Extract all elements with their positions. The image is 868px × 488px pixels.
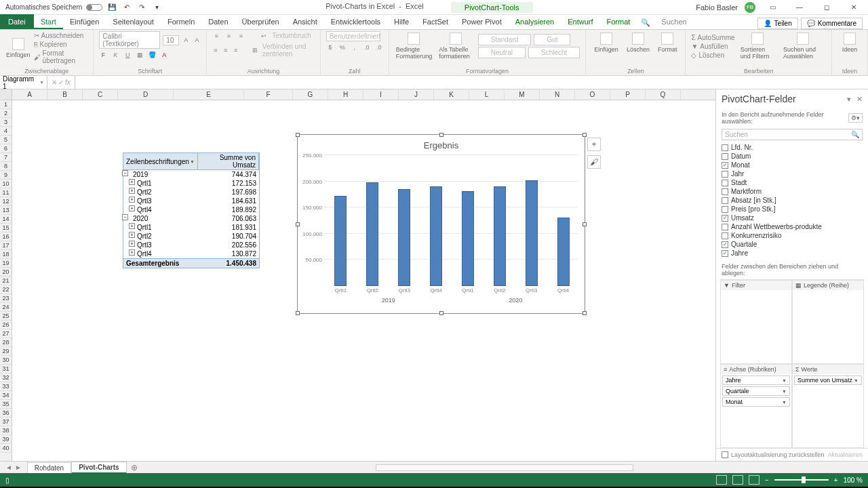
checkbox[interactable]: ✓	[722, 241, 728, 248]
pivot-row[interactable]: +Qrtl2190.704	[123, 232, 260, 241]
row-header[interactable]: 30	[0, 356, 12, 365]
style-neutral[interactable]: Neutral	[478, 47, 526, 58]
column-header[interactable]: C	[83, 89, 118, 100]
zoom-out-icon[interactable]: −	[765, 476, 769, 484]
column-header[interactable]: I	[363, 89, 399, 100]
chart-plus-button[interactable]: +	[587, 138, 601, 151]
field-item[interactable]: ✓Monat	[722, 161, 863, 169]
tab-entwicklertools[interactable]: Entwicklertools	[324, 16, 387, 29]
row-header[interactable]: 16	[0, 232, 12, 241]
decrease-font-icon[interactable]: A	[193, 36, 201, 44]
worksheet-grid[interactable]: ABCDEFGHIJKLMNOPQ 1234567891011121314151…	[0, 89, 715, 461]
pivot-row-header[interactable]: Zeilenbeschriftungen▼	[123, 153, 198, 169]
row-header[interactable]: 9	[0, 171, 12, 180]
area-axis[interactable]: ≡Achse (Rubriken) Jahre▼Quartale▼Monat▼	[720, 364, 792, 448]
chart-bar[interactable]	[430, 186, 442, 286]
italic-icon[interactable]: K	[111, 51, 119, 59]
tab-format[interactable]: Format	[600, 16, 637, 29]
font-size-select[interactable]: 10	[163, 35, 179, 45]
field-item[interactable]: ✓Umsatz	[722, 214, 863, 222]
chart-bar[interactable]	[494, 186, 506, 286]
checkbox[interactable]	[722, 224, 728, 230]
chart-handle[interactable]	[439, 311, 443, 315]
checkbox[interactable]: ✓	[722, 215, 728, 222]
page-layout-view-icon[interactable]	[732, 475, 743, 485]
expand-icon[interactable]: +	[129, 249, 135, 256]
row-header[interactable]: 4	[0, 127, 12, 136]
field-item[interactable]: Datum	[722, 152, 863, 161]
column-header[interactable]: F	[244, 89, 293, 100]
row-header[interactable]: 32	[0, 373, 12, 382]
cells-delete-button[interactable]: Löschen	[624, 31, 652, 54]
tab-formeln[interactable]: Formeln	[161, 16, 201, 29]
format-painter-button[interactable]: 🖌Format übertragen	[34, 49, 88, 65]
row-header[interactable]: 7	[0, 153, 12, 162]
area-field-item[interactable]: Jahre▼	[722, 375, 790, 385]
filter-dropdown-icon[interactable]: ▼	[190, 159, 195, 164]
tab-daten[interactable]: Daten	[201, 16, 235, 29]
increase-font-icon[interactable]: A	[182, 36, 190, 44]
chart-bar[interactable]	[398, 189, 410, 286]
maximize-icon[interactable]: ◻	[816, 2, 837, 13]
comma-icon[interactable]: ,	[351, 43, 359, 52]
zoom-level[interactable]: 100 %	[844, 476, 863, 484]
chart-handle[interactable]	[296, 311, 300, 315]
font-color-icon[interactable]: A	[160, 51, 168, 59]
chart-brush-button[interactable]: 🖌	[587, 155, 601, 169]
row-header[interactable]: 31	[0, 365, 12, 373]
autosave-toggle[interactable]	[86, 4, 102, 11]
field-item[interactable]: Marktform	[722, 187, 863, 196]
chart-title[interactable]: Ergebnis	[298, 135, 585, 153]
save-icon[interactable]: 💾	[106, 2, 117, 13]
search-label[interactable]: Suchen	[654, 16, 693, 29]
pivot-row[interactable]: −2019744.374	[123, 170, 260, 179]
align-top-icon[interactable]: ≡	[212, 32, 220, 40]
row-header[interactable]: 10	[0, 180, 12, 188]
chart-bar[interactable]	[334, 196, 347, 286]
checkbox[interactable]	[722, 153, 728, 160]
cells-format-button[interactable]: Format	[655, 31, 680, 54]
row-header[interactable]: 35	[0, 400, 12, 409]
align-middle-icon[interactable]: ≡	[224, 32, 233, 40]
tab-entwurf[interactable]: Entwurf	[561, 16, 599, 29]
row-header[interactable]: 37	[0, 418, 12, 426]
column-header[interactable]: H	[328, 89, 363, 100]
add-sheet-button[interactable]: ⊕	[127, 463, 142, 472]
sheet-tab-rohdaten[interactable]: Rohdaten	[27, 462, 71, 473]
chart-handle[interactable]	[296, 133, 300, 137]
chart-bar[interactable]	[366, 182, 378, 286]
column-header[interactable]: M	[505, 89, 540, 100]
checkbox[interactable]	[722, 144, 728, 151]
style-schlecht[interactable]: Schlecht	[528, 47, 580, 58]
row-header[interactable]: 8	[0, 162, 12, 171]
update-button[interactable]: Aktualisieren	[827, 451, 863, 458]
pane-close-icon[interactable]: ✕	[856, 95, 863, 104]
fill-color-icon[interactable]: 🪣	[148, 51, 156, 59]
checkbox[interactable]: ✓	[722, 162, 728, 169]
inc-decimal-icon[interactable]: .0	[363, 43, 371, 52]
table-format-button[interactable]: Als Tabelle formatieren	[436, 31, 475, 61]
column-header[interactable]: K	[434, 89, 469, 100]
tab-start[interactable]: Start	[34, 16, 63, 29]
chart-handle[interactable]	[583, 222, 587, 226]
tab-ansicht[interactable]: Ansicht	[286, 16, 324, 29]
chart-handle[interactable]	[583, 311, 587, 315]
field-item[interactable]: Anzahl Wettbewerbs-produkte	[722, 222, 863, 231]
cut-button[interactable]: ✂Ausschneiden	[34, 31, 88, 40]
chart-plot-area[interactable]: 50.000100.000150.000200.000250.000Qrtl1Q…	[325, 155, 578, 286]
row-header[interactable]: 23	[0, 294, 12, 303]
autosum-button[interactable]: ΣAutoSumme	[691, 33, 734, 42]
column-header[interactable]: B	[47, 89, 83, 100]
name-box[interactable]: Diagramm 1▼	[0, 76, 47, 89]
area-field-item[interactable]: Monat▼	[722, 397, 790, 407]
field-item[interactable]: Jahr	[722, 169, 863, 178]
user-name[interactable]: Fabio Basler	[696, 3, 738, 12]
row-header[interactable]: 5	[0, 136, 12, 144]
sheet-nav-next-icon[interactable]: ►	[15, 464, 22, 471]
record-macro-icon[interactable]: ▯	[5, 476, 9, 484]
qat-customize-icon[interactable]: ▾	[151, 2, 162, 13]
paste-button[interactable]: Einfügen	[5, 37, 31, 60]
column-header[interactable]: E	[174, 89, 244, 100]
ribbon-display-icon[interactable]: ▭	[762, 2, 783, 13]
align-center-icon[interactable]: ≡	[222, 46, 229, 54]
